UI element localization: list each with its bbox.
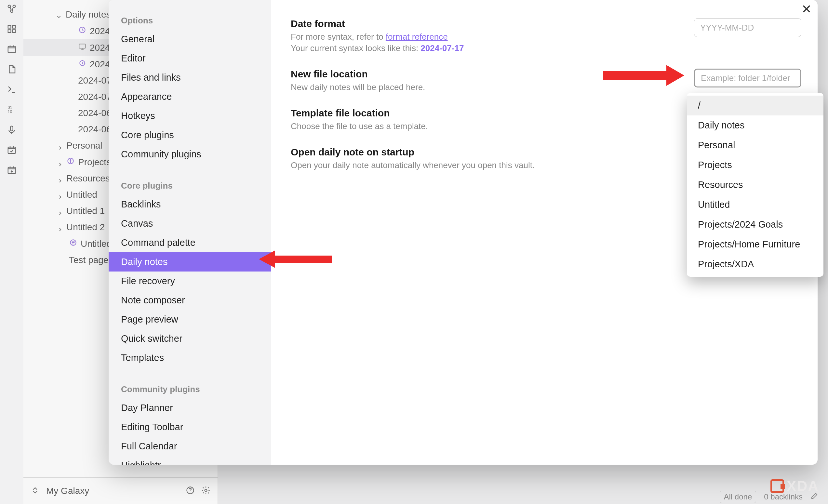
mic-icon[interactable] bbox=[6, 124, 17, 135]
section-community-plugins: Community plugins bbox=[109, 380, 271, 398]
setting-desc: Choose the file to use as a template. bbox=[291, 121, 428, 132]
nav-backlinks[interactable]: Backlinks bbox=[109, 195, 271, 214]
nav-page-preview[interactable]: Page preview bbox=[109, 310, 271, 329]
svg-rect-5 bbox=[8, 30, 11, 33]
nav-day-planner[interactable]: Day Planner bbox=[109, 398, 271, 418]
svg-rect-11 bbox=[8, 147, 15, 154]
suggest-item[interactable]: Personal bbox=[687, 135, 823, 155]
suggest-item[interactable]: Projects/2024 Goals bbox=[687, 215, 823, 235]
svg-point-19 bbox=[205, 489, 207, 491]
date-format-input[interactable] bbox=[694, 18, 801, 37]
nav-hotkeys[interactable]: Hotkeys bbox=[109, 106, 271, 126]
svg-rect-3 bbox=[8, 25, 11, 28]
nav-daily-notes[interactable]: Daily notes bbox=[109, 252, 271, 271]
suggest-item[interactable]: Projects/XDA bbox=[687, 254, 823, 274]
setting-title: Date format bbox=[291, 18, 464, 29]
section-core-plugins: Core plugins bbox=[109, 177, 271, 195]
nav-general[interactable]: General bbox=[109, 30, 271, 49]
grid-icon[interactable] bbox=[6, 24, 17, 35]
graph-icon[interactable] bbox=[6, 3, 17, 14]
new-file-location-input[interactable] bbox=[694, 69, 801, 87]
binary-icon[interactable]: 0110 bbox=[6, 104, 17, 115]
status-done[interactable]: All done bbox=[720, 491, 756, 503]
svg-rect-7 bbox=[8, 46, 15, 53]
vault-bar: My Galaxy bbox=[24, 477, 217, 504]
calendar-plus-icon[interactable] bbox=[6, 165, 17, 176]
file-icon[interactable] bbox=[6, 64, 17, 75]
nav-files-links[interactable]: Files and links bbox=[109, 68, 271, 87]
nav-command-palette[interactable]: Command palette bbox=[109, 233, 271, 252]
help-icon[interactable] bbox=[186, 486, 195, 496]
xda-watermark: XDA bbox=[771, 478, 819, 494]
setting-desc: New daily notes will be placed here. bbox=[291, 82, 425, 93]
nav-canvas[interactable]: Canvas bbox=[109, 214, 271, 233]
setting-title: New file location bbox=[291, 69, 425, 80]
nav-community-plugins[interactable]: Community plugins bbox=[109, 145, 271, 164]
xda-logo-icon bbox=[771, 479, 784, 493]
settings-icon[interactable] bbox=[201, 486, 210, 496]
svg-marker-20 bbox=[259, 250, 332, 268]
suggest-item[interactable]: Untitled bbox=[687, 195, 823, 215]
nav-editing-toolbar[interactable]: Editing Toolbar bbox=[109, 418, 271, 437]
nav-highlightr[interactable]: Highlightr bbox=[109, 456, 271, 465]
vault-name[interactable]: My Galaxy bbox=[46, 486, 179, 496]
suggest-item[interactable]: Resources bbox=[687, 175, 823, 195]
setting-desc: For more syntax, refer to format referen… bbox=[291, 31, 464, 54]
svg-text:10: 10 bbox=[8, 110, 12, 114]
nav-full-calendar[interactable]: Full Calendar bbox=[109, 437, 271, 456]
folder-suggest-dropdown: / Daily notes Personal Projects Resource… bbox=[687, 93, 823, 277]
calendar-check-icon[interactable] bbox=[6, 144, 17, 156]
format-reference-link[interactable]: format reference bbox=[386, 32, 448, 42]
setting-title: Open daily note on startup bbox=[291, 146, 535, 158]
suggest-item[interactable]: Projects bbox=[687, 155, 823, 175]
setting-date-format: Date format For more syntax, refer to fo… bbox=[291, 12, 801, 62]
suggest-item[interactable]: Daily notes bbox=[687, 116, 823, 135]
nav-quick-switcher[interactable]: Quick switcher bbox=[109, 329, 271, 348]
vault-switch-icon[interactable] bbox=[31, 486, 40, 496]
suggest-item[interactable]: / bbox=[687, 96, 823, 116]
svg-rect-6 bbox=[13, 30, 15, 33]
nav-file-recovery[interactable]: File recovery bbox=[109, 271, 271, 291]
terminal-icon[interactable] bbox=[6, 84, 17, 95]
annotation-arrow-input bbox=[603, 62, 684, 88]
folder-label: Daily notes bbox=[66, 9, 111, 20]
nav-appearance[interactable]: Appearance bbox=[109, 87, 271, 106]
calendar-icon[interactable] bbox=[6, 44, 17, 55]
nav-editor[interactable]: Editor bbox=[109, 49, 271, 68]
left-ribbon: 0110 bbox=[0, 0, 24, 504]
section-options: Options bbox=[109, 12, 271, 30]
svg-rect-10 bbox=[10, 126, 13, 131]
annotation-arrow-sidebar bbox=[259, 248, 334, 270]
setting-title: Template file location bbox=[291, 108, 428, 119]
suggest-item[interactable]: Projects/Home Furniture bbox=[687, 235, 823, 254]
svg-rect-14 bbox=[79, 44, 86, 48]
setting-desc: Open your daily note automatically whene… bbox=[291, 160, 535, 171]
settings-nav: Options General Editor Files and links A… bbox=[109, 0, 271, 465]
nav-core-plugins[interactable]: Core plugins bbox=[109, 126, 271, 145]
nav-note-composer[interactable]: Note composer bbox=[109, 291, 271, 310]
svg-marker-21 bbox=[603, 65, 684, 86]
nav-templates[interactable]: Templates bbox=[109, 348, 271, 368]
svg-text:01: 01 bbox=[8, 106, 12, 110]
svg-rect-4 bbox=[13, 25, 15, 28]
